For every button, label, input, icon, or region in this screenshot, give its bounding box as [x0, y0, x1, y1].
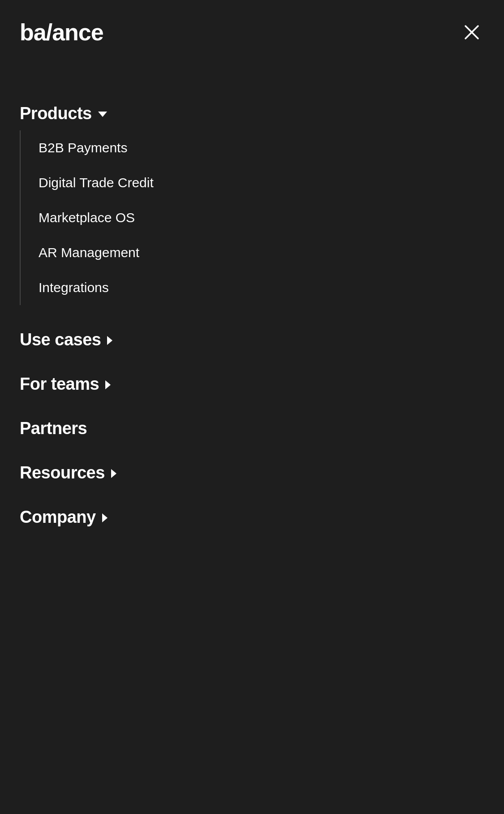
close-button[interactable]: [459, 20, 484, 45]
submenu-marketplace-os[interactable]: Marketplace OS: [39, 200, 484, 235]
nav-menu: Products B2B Payments Digital Trade Cred…: [0, 65, 504, 814]
submenu-b2b-payments[interactable]: B2B Payments: [39, 130, 484, 165]
nav-item-company: Company: [20, 495, 484, 539]
submenu-ar-management[interactable]: AR Management: [39, 235, 484, 270]
products-chevron-icon: [98, 112, 107, 117]
nav-container: ba/ance Products B2B Payments Digital Tr…: [0, 0, 504, 814]
submenu-integrations[interactable]: Integrations: [39, 270, 484, 305]
company-chevron-icon: [102, 513, 108, 522]
use-cases-label: Use cases: [20, 330, 101, 349]
nav-item-partners-header[interactable]: Partners: [20, 419, 484, 438]
close-icon: [463, 23, 481, 41]
nav-item-for-teams-header[interactable]: For teams: [20, 375, 484, 394]
partners-label: Partners: [20, 419, 87, 438]
nav-item-partners: Partners: [20, 406, 484, 451]
nav-item-use-cases-header[interactable]: Use cases: [20, 330, 484, 349]
nav-item-resources-header[interactable]: Resources: [20, 463, 484, 482]
for-teams-label: For teams: [20, 375, 99, 394]
nav-item-use-cases: Use cases: [20, 318, 484, 362]
nav-item-products-header[interactable]: Products: [20, 104, 484, 123]
for-teams-chevron-icon: [105, 380, 111, 389]
nav-header: ba/ance: [0, 0, 504, 65]
nav-item-resources: Resources: [20, 451, 484, 495]
use-cases-chevron-icon: [107, 336, 112, 345]
resources-chevron-icon: [111, 469, 116, 478]
nav-item-for-teams: For teams: [20, 362, 484, 406]
logo: ba/ance: [20, 21, 103, 44]
products-label: Products: [20, 104, 92, 123]
resources-label: Resources: [20, 463, 105, 482]
nav-item-company-header[interactable]: Company: [20, 508, 484, 527]
nav-item-products: Products B2B Payments Digital Trade Cred…: [20, 91, 484, 318]
products-submenu: B2B Payments Digital Trade Credit Market…: [20, 130, 484, 305]
company-label: Company: [20, 508, 96, 527]
submenu-digital-trade-credit[interactable]: Digital Trade Credit: [39, 165, 484, 200]
